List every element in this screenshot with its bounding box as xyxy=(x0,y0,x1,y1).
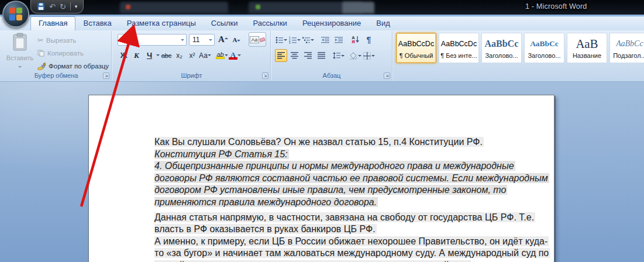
font-dialog-launcher-icon[interactable]: ⇲ xyxy=(262,73,268,79)
tab-review[interactable]: Рецензирование xyxy=(295,16,369,30)
clear-formatting-glyph: Aa xyxy=(250,36,259,43)
style-item-heading2[interactable]: АаBbСс Заголово... xyxy=(524,33,564,63)
superscript-button[interactable]: x² xyxy=(186,49,198,61)
style-item-heading1[interactable]: АаBbСс Заголово... xyxy=(481,33,522,63)
window-title: 1 - Microsoft Word xyxy=(525,2,587,11)
clear-formatting-button[interactable]: Aa xyxy=(249,32,266,47)
shrink-font-button[interactable]: A xyxy=(230,33,243,46)
subscript-button[interactable]: x₂ xyxy=(173,49,185,61)
align-center-button[interactable] xyxy=(288,49,301,62)
paragraph-quote[interactable]: Конституция РФ Статья 15:4. Общепризнанн… xyxy=(154,149,550,209)
document-workspace: Как Вы слушали Соловьёва? Он же назвал с… xyxy=(0,82,644,262)
paragraph[interactable]: Данная статья напрямую, в частности, зав… xyxy=(154,212,550,236)
sort-button[interactable]: А Я xyxy=(349,33,361,46)
numbering-button[interactable]: 123 xyxy=(288,33,301,46)
sort-arrow-icon xyxy=(356,36,359,43)
font-group-label: Шрифт xyxy=(113,71,270,80)
ribbon: Вставить ✂ Вырезать Копировать xyxy=(0,30,644,82)
shading-button[interactable] xyxy=(349,49,361,62)
copy-label: Копировать xyxy=(47,50,84,57)
highlight-color-swatch xyxy=(216,57,225,59)
document-text: Как Вы слушали Соловьёва? Он же назвал с… xyxy=(154,136,550,262)
tab-page-layout[interactable]: Разметка страницы xyxy=(119,16,204,30)
bullets-button[interactable] xyxy=(275,33,287,46)
font-name-dropdown-icon xyxy=(181,39,184,43)
style-item-no-spacing[interactable]: АаBbCcDc ¶ Без инте... xyxy=(439,33,479,63)
style-item-subtitle[interactable]: АаBbСс Подзагол... xyxy=(609,33,644,63)
font-color-dropdown-icon xyxy=(237,54,241,58)
format-painter-button[interactable]: Формат по образцу xyxy=(37,60,109,72)
underline-dropdown-icon[interactable] xyxy=(156,54,160,58)
format-painter-label: Формат по образцу xyxy=(49,63,109,70)
font-name-combo[interactable]: Arial xyxy=(118,34,187,46)
decrease-indent-icon xyxy=(321,36,329,44)
cut-button[interactable]: ✂ Вырезать xyxy=(37,35,76,46)
paste-button[interactable]: Вставить xyxy=(5,33,35,69)
align-left-button[interactable] xyxy=(275,49,287,62)
align-right-button[interactable] xyxy=(302,49,314,62)
line-spacing-icon xyxy=(333,52,340,59)
justify-icon xyxy=(318,52,325,59)
multilevel-list-icon xyxy=(302,36,310,44)
tab-view[interactable]: Вид xyxy=(369,16,398,30)
bullets-icon xyxy=(275,36,283,44)
align-center-icon xyxy=(291,52,298,59)
office-button[interactable] xyxy=(2,1,29,27)
underline-button[interactable]: Ч xyxy=(143,49,156,61)
numbering-icon: 123 xyxy=(289,36,297,44)
bold-button[interactable]: Ж xyxy=(118,49,130,61)
eraser-icon xyxy=(259,37,265,42)
show-paragraph-marks-button[interactable]: ¶ xyxy=(363,33,375,46)
clipboard-dialog-launcher-icon[interactable]: ⇲ xyxy=(103,73,109,79)
highlight-color-button[interactable]: ab xyxy=(216,49,228,61)
paragraph[interactable]: Как Вы слушали Соловьёва? Он же назвал с… xyxy=(154,136,550,149)
styles-gallery: АаBbCcDc ¶ Обычный АаBbCcDc ¶ Без инте..… xyxy=(396,33,644,63)
format-painter-icon xyxy=(37,63,46,70)
document-page[interactable]: Как Вы слушали Соловьёва? Он же назвал с… xyxy=(88,95,555,262)
decrease-indent-button[interactable] xyxy=(319,33,331,46)
style-item-title[interactable]: АаВ Название xyxy=(567,33,607,63)
paragraph[interactable]: А именно, к примеру, если ЦБ в России об… xyxy=(154,236,550,262)
qat-customize-icon[interactable]: ▾ xyxy=(75,4,78,9)
increase-indent-icon xyxy=(335,36,343,44)
font-size-combo[interactable]: 11 xyxy=(189,34,215,46)
paragraph-dialog-launcher-icon[interactable]: ⇲ xyxy=(384,73,390,79)
office-logo-icon xyxy=(9,8,22,20)
redo-icon[interactable]: ↻ xyxy=(60,3,66,11)
cut-label: Вырезать xyxy=(46,37,76,44)
paragraph-group-label: Абзац xyxy=(271,71,392,80)
background-favicon xyxy=(256,5,260,9)
background-browser-tab xyxy=(342,2,374,13)
italic-button[interactable]: К xyxy=(130,49,143,61)
copy-button[interactable]: Копировать xyxy=(37,47,84,59)
change-case-button[interactable]: Аа xyxy=(199,49,211,61)
paste-icon xyxy=(12,33,27,51)
tab-references[interactable]: Ссылки xyxy=(204,16,246,30)
align-left-icon xyxy=(277,52,285,59)
font-color-button[interactable]: А xyxy=(229,49,241,61)
tab-mailings[interactable]: Рассылки xyxy=(246,16,295,30)
grow-font-button[interactable]: A xyxy=(217,33,229,46)
style-item-normal[interactable]: АаBbCcDc ¶ Обычный xyxy=(396,33,436,63)
grow-font-glyph: A xyxy=(218,35,225,44)
borders-icon xyxy=(363,52,371,60)
group-font: Arial 11 A A Aa Ж К Ч xyxy=(113,31,271,81)
save-icon[interactable] xyxy=(37,2,45,11)
multilevel-list-button[interactable] xyxy=(302,33,314,46)
background-browser-tab xyxy=(120,2,228,13)
borders-button[interactable] xyxy=(363,49,375,62)
strikethrough-button[interactable]: abc xyxy=(160,49,173,61)
justify-button[interactable] xyxy=(315,49,328,62)
group-styles: АаBbCcDc ¶ Обычный АаBbCcDc ¶ Без инте..… xyxy=(393,31,644,81)
tab-home[interactable]: Главная xyxy=(30,16,75,30)
line-spacing-button[interactable] xyxy=(332,49,345,62)
font-color-swatch xyxy=(229,57,237,60)
background-titlebar: 1 - Microsoft Word xyxy=(0,0,644,15)
pilcrow-icon: ¶ xyxy=(367,35,371,44)
undo-icon[interactable]: ↶ xyxy=(49,3,56,11)
paste-label: Вставить xyxy=(5,54,35,61)
font-size-value: 11 xyxy=(192,36,199,44)
font-size-dropdown-icon xyxy=(209,39,212,43)
tab-insert[interactable]: Вставка xyxy=(75,16,119,30)
increase-indent-button[interactable] xyxy=(332,33,345,46)
